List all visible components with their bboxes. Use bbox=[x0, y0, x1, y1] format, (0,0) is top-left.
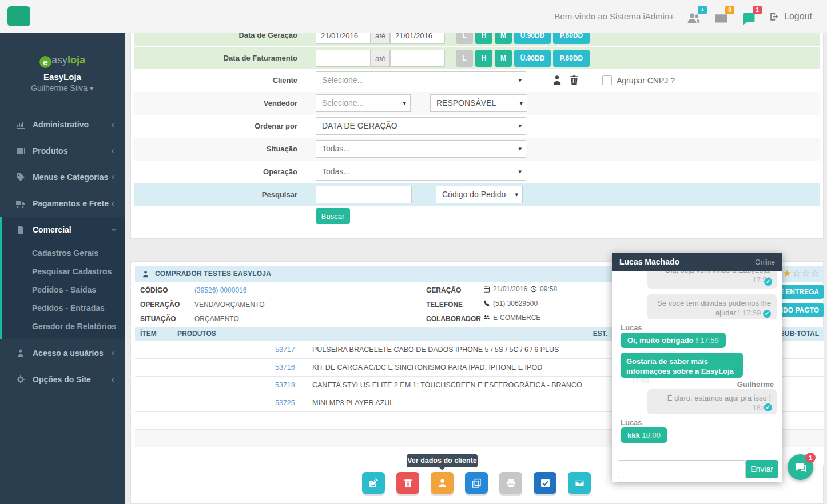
edit-order-button[interactable] bbox=[362, 472, 385, 494]
logout-icon bbox=[769, 11, 780, 22]
sidebar-item-label: Opções do Site bbox=[33, 375, 91, 384]
caret-down-icon: ▾ bbox=[519, 95, 523, 111]
menu-toggle-button[interactable] bbox=[7, 6, 30, 26]
operacao-detail-label: OPERAÇÃO bbox=[140, 301, 180, 309]
caret-down-icon: ▾ bbox=[90, 83, 94, 93]
chat-float-badge: 1 bbox=[805, 453, 816, 463]
delete-order-button[interactable] bbox=[396, 472, 419, 494]
sidebar-item-administrativo[interactable]: Administrativo ‹ bbox=[0, 111, 125, 138]
sidebar-subitem-pesquisar-cadastros[interactable]: Pesquisar Cadastros bbox=[32, 262, 124, 281]
user-menu[interactable]: Guilherme Silva ▾ bbox=[0, 83, 125, 93]
tag-icon bbox=[16, 173, 25, 182]
pesquisar-input[interactable] bbox=[316, 186, 412, 203]
item-code-link[interactable]: 53716 bbox=[275, 359, 295, 377]
chat-message-remote: É claro, estamos aqui pra isso ! 18:00 ✓ bbox=[647, 389, 777, 414]
client-trash-icon[interactable] bbox=[569, 75, 579, 85]
ordenar-select-value: DATA DE GERAÇÃO bbox=[322, 121, 397, 130]
print-order-button[interactable] bbox=[499, 472, 522, 494]
sidebar-item-produtos[interactable]: Produtos ‹ bbox=[0, 138, 125, 164]
sidebar-item-comercial[interactable]: Comercial ‹ bbox=[0, 217, 125, 243]
client-person-icon[interactable] bbox=[552, 75, 562, 85]
item-code-link[interactable]: 53717 bbox=[275, 341, 295, 359]
welcome-text: Bem-vindo ao Sistema iAdmin+ bbox=[554, 11, 674, 21]
mail-notifications-button[interactable]: 0 bbox=[714, 9, 729, 24]
chat-header[interactable]: Lucas Machado Online bbox=[612, 253, 782, 271]
logout-button[interactable]: Logout bbox=[769, 11, 812, 22]
chevron-down-icon: ‹ bbox=[108, 228, 118, 231]
rating-stars[interactable]: ★☆☆☆ bbox=[783, 267, 820, 279]
sidebar-subitem-gerador-relatorios[interactable]: Gerador de Relatórios bbox=[32, 317, 124, 335]
situacao-label: Situação bbox=[140, 145, 297, 153]
users-notifications-button[interactable]: + bbox=[687, 9, 702, 24]
agrupar-cnpj-checkbox[interactable] bbox=[602, 75, 612, 85]
telefone-value: (51) 30629500 bbox=[493, 299, 538, 307]
codigo-label: CÓDIGO bbox=[140, 286, 168, 294]
sidebar-item-menus-categorias[interactable]: Menus e Categorias ‹ bbox=[0, 164, 125, 190]
tooltip-ver-dados-cliente: Ver dados do cliente bbox=[407, 454, 478, 467]
sidebar-subitem-pedidos-entradas[interactable]: Pedidos - Entradas bbox=[32, 299, 124, 317]
cliente-label: Cliente bbox=[140, 76, 297, 85]
item-code-link[interactable]: 53725 bbox=[275, 394, 295, 412]
item-code-link[interactable]: 53718 bbox=[275, 377, 295, 394]
logout-label: Logout bbox=[784, 11, 812, 22]
mail-badge: 0 bbox=[725, 6, 734, 14]
caret-down-icon: ▾ bbox=[518, 163, 522, 180]
chat-input[interactable] bbox=[618, 460, 746, 478]
shortcut-u90dd-button[interactable]: Ú.90DD bbox=[514, 50, 551, 67]
operacao-select[interactable]: Todas...▾ bbox=[316, 163, 526, 181]
col-item: ÍTEM bbox=[140, 327, 157, 341]
cliente-select[interactable]: Selecione...▾ bbox=[316, 71, 526, 89]
star-empty-icon[interactable]: ☆ bbox=[802, 268, 811, 279]
chevron-left-icon: ‹ bbox=[112, 348, 114, 358]
shortcut-p60dd-button[interactable]: P.60DD bbox=[553, 50, 590, 67]
vendedor-tipo-value: RESPONSÁVEL bbox=[436, 98, 496, 107]
view-client-button[interactable] bbox=[431, 472, 454, 494]
ate-label: até bbox=[371, 50, 390, 67]
ordenar-select[interactable]: DATA DE GERAÇÃO▾ bbox=[316, 117, 526, 135]
truck-icon bbox=[16, 199, 25, 208]
sidebar-item-acesso-usuarios[interactable]: Acesso a usuários ‹ bbox=[0, 340, 125, 366]
vendedor-tipo-select[interactable]: RESPONSÁVEL▾ bbox=[430, 94, 527, 112]
chat-sender-name: Lucas bbox=[621, 323, 642, 332]
sidebar-subitem-pedidos-saidas[interactable]: Pedidos - Saídas bbox=[32, 281, 124, 299]
copy-icon bbox=[472, 478, 482, 488]
envelope-icon bbox=[575, 478, 585, 488]
send-message-button[interactable]: Enviar bbox=[746, 460, 778, 478]
sidebar-item-pagamentos-frete[interactable]: Pagamentos e Frete ‹ bbox=[0, 190, 125, 217]
buscar-button[interactable]: Buscar bbox=[316, 208, 350, 224]
shortcut-h-button[interactable]: H bbox=[475, 50, 492, 67]
data-faturamento-from-input[interactable] bbox=[316, 50, 371, 67]
pesquisar-tipo-select[interactable]: Código do Pedido▾ bbox=[436, 186, 523, 203]
chat-message-local: Oi, muito obrigado ! 17:59 bbox=[621, 333, 726, 348]
colaborador-value: E-COMMERCE bbox=[493, 314, 540, 322]
star-empty-icon[interactable]: ☆ bbox=[792, 268, 801, 279]
item-name: CANETA STYLUS ELITE 2 EM 1: TOUCHSCREEN … bbox=[312, 377, 582, 394]
copy-order-button[interactable] bbox=[465, 472, 488, 494]
col-est: EST. bbox=[566, 327, 607, 341]
logo-mid: asy bbox=[51, 54, 67, 66]
star-empty-icon[interactable]: ☆ bbox=[811, 268, 820, 279]
filter-row-operacao: Operação Todas...▾ bbox=[134, 161, 820, 183]
chat-notifications-button[interactable]: 1 bbox=[742, 9, 757, 24]
colaborador-label: COLABORADOR bbox=[426, 315, 481, 323]
cliente-select-value: Selecione... bbox=[322, 75, 364, 85]
shortcut-m-button[interactable]: M bbox=[495, 50, 512, 67]
chat-message-text: É claro, estamos aqui pra isso ! bbox=[667, 394, 771, 402]
chat-bubbles-icon bbox=[795, 462, 806, 473]
star-filled-icon[interactable]: ★ bbox=[783, 268, 792, 279]
codigo-value[interactable]: (39526) 0000016 bbox=[194, 286, 246, 294]
sidebar-subitem-cadastros-gerais[interactable]: Cadastros Gerais bbox=[32, 244, 124, 262]
pesquisar-tipo-value: Código do Pedido bbox=[442, 190, 506, 199]
check-icon: ✓ bbox=[763, 310, 771, 318]
caret-down-icon: ▾ bbox=[403, 95, 406, 111]
sidebar-item-opcoes-site[interactable]: Opções do Site ‹ bbox=[0, 366, 125, 393]
chat-message-local: kkk 18:00 bbox=[621, 427, 667, 443]
situacao-select[interactable]: Todas...▾ bbox=[316, 140, 526, 158]
chevron-left-icon: ‹ bbox=[112, 198, 114, 209]
data-faturamento-to-input[interactable] bbox=[390, 50, 445, 67]
shortcut-l-button[interactable]: L bbox=[456, 50, 473, 67]
caret-down-icon: ▾ bbox=[515, 186, 518, 203]
vendedor-select[interactable]: Selecione...▾ bbox=[316, 94, 411, 112]
approve-order-button[interactable] bbox=[534, 472, 556, 494]
email-order-button[interactable] bbox=[568, 472, 591, 494]
